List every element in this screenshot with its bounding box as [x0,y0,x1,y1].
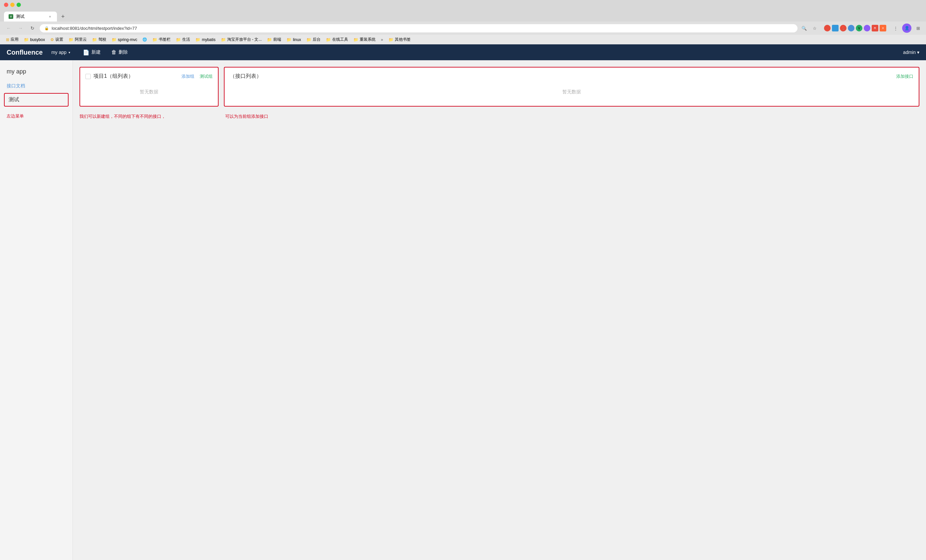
confluence-logo: Confluence [7,49,43,56]
app-topbar: Confluence my app ▾ 📄 新建 🗑 删除 admin ▾ [0,44,926,60]
add-interface-button[interactable]: 添加接口 [896,74,914,79]
interface-list-header: （接口列表） 添加接口 [230,73,914,80]
forward-button[interactable]: → [16,24,25,33]
add-group-button[interactable]: 添加组 [182,74,194,79]
bookmark-backend[interactable]: 📁 后台 [304,36,322,43]
bookmark-reinstall[interactable]: 📁 重装系统 [351,36,378,43]
folder-icon-bar: 📁 [152,38,157,42]
annotation-left: 我们可以新建组，不同的组下有不同的接口， [80,113,166,120]
ext-icon-8[interactable]: X [880,25,886,32]
bookmark-settings[interactable]: ⚙ 设置 [48,36,65,43]
delete-label: 删除 [118,49,128,55]
interface-list-title: （接口列表） [230,73,894,80]
window-controls [4,3,21,7]
bookmarks-bar: ⊞ 应用 📁 busybox ⚙ 设置 📁 阿里云 📁 驾校 📁 spring-… [0,35,926,44]
bookmark-taobao[interactable]: 📁 淘宝开放平台 - 文... [219,36,264,43]
ext-icon-4[interactable] [848,25,855,32]
bookmark-linux[interactable]: 📁 linux [284,37,303,43]
interface-list-empty: 暂无数据 [230,84,914,100]
browser-chrome: V 测试 × + ← → ↻ 🔒 localhost:8081/doc/html… [0,0,926,44]
sidebar-item-test[interactable]: 测试 [4,93,68,107]
bookmark-busybox[interactable]: 📁 busybox [22,37,47,43]
refresh-button[interactable]: ↻ [28,24,37,33]
group-checkbox[interactable] [85,74,91,79]
folder-icon-jiaxiao: 📁 [92,38,97,42]
bookmark-tools[interactable]: 📁 在线工具 [324,36,350,43]
folder-icon-tools: 📁 [326,38,331,42]
bookmark-busybox-label: busybox [30,38,45,42]
admin-button[interactable]: admin ▾ [903,50,919,55]
ext-icon-5[interactable]: V [856,25,862,32]
admin-chevron-icon: ▾ [917,50,919,55]
chevron-down-icon: ▾ [68,51,70,54]
bookmark-icon[interactable]: ☆ [811,24,819,32]
more-bookmarks-button[interactable]: » [379,37,385,43]
address-bar-container: ← → ↻ 🔒 localhost:8081/doc/html/testport… [0,21,926,35]
search-icon[interactable]: 🔍 [800,24,808,32]
back-button[interactable]: ← [4,24,13,33]
group-list-empty: 暂无数据 [85,84,213,100]
ext-icon-2[interactable] [832,25,838,32]
interface-list-panel: （接口列表） 添加接口 暂无数据 [224,67,919,107]
folder-icon-backend: 📁 [306,38,311,42]
bookmark-globe[interactable]: 🌐 [141,37,149,42]
annotation-right: 可以为当前组添加接口 [225,113,268,120]
bookmark-apps[interactable]: ⊞ 应用 [4,36,21,43]
extension-icons: 📍 V R X [824,25,886,32]
ext-icon-7[interactable]: R [872,25,878,32]
topbar-actions: 📄 新建 🗑 删除 [80,48,130,57]
group-list-header: 项目1（组列表） 添加组 测试组 [85,73,213,80]
sidebar-item-interface-docs[interactable]: 接口文档 [0,80,73,92]
folder-icon-taobao: 📁 [221,38,226,42]
bookmark-settings-label: 设置 [55,37,63,42]
folder-icon-frontend: 📁 [267,38,272,42]
ext-icon-3[interactable]: 📍 [840,25,846,32]
delete-button[interactable]: 🗑 删除 [109,48,130,57]
bookmark-life[interactable]: 📁 生活 [174,36,192,43]
app-name-button[interactable]: my app ▾ [48,48,74,56]
address-bar[interactable]: 🔒 localhost:8081/doc/html/testport/index… [40,24,797,32]
bookmark-linux-label: linux [293,38,301,42]
annotation-row: 我们可以新建组，不同的组下有不同的接口， 可以为当前组添加接口 [80,113,919,120]
close-window-button[interactable] [4,3,8,7]
bookmark-backend-label: 后台 [313,37,321,42]
new-doc-icon: 📄 [83,49,89,56]
new-tab-button[interactable]: + [58,12,68,21]
bookmark-tools-label: 在线工具 [332,37,348,42]
bookmark-mybatis[interactable]: 📁 mybatis [194,37,217,43]
gear-icon: ⚙ [50,38,54,42]
minimize-window-button[interactable] [10,3,15,7]
delete-icon: 🗑 [111,49,117,55]
active-tab[interactable]: V 测试 × [4,12,57,21]
bookmark-others[interactable]: 📁 其他书签 [386,36,413,43]
bookmark-mybatis-label: mybatis [202,38,215,42]
toolbar-icons: 🔍 ☆ 📍 V R X ⋮ [800,24,899,32]
group-list-panel: 项目1（组列表） 添加组 测试组 暂无数据 [80,67,219,107]
folder-icon-reinstall: 📁 [353,38,359,42]
tab-close-button[interactable]: × [48,14,52,19]
folder-icon: 📁 [24,38,29,42]
test-group-button[interactable]: 测试组 [200,74,213,79]
expand-icon[interactable]: ⊞ [914,24,922,32]
ext-icon-1[interactable] [824,25,831,32]
sidebar-app-name: my app [0,65,73,80]
new-button[interactable]: 📄 新建 [80,48,103,57]
annotations: 我们可以新建组，不同的组下有不同的接口， 可以为当前组添加接口 [80,113,919,120]
bookmark-frontend[interactable]: 📁 前端 [265,36,283,43]
group-list-title: 项目1（组列表） [94,73,176,80]
maximize-window-button[interactable] [17,3,21,7]
profile-avatar[interactable]: 👤 [902,24,911,33]
bookmark-reinstall-label: 重装系统 [360,37,375,42]
bookmark-jiaxiao[interactable]: 📁 驾校 [90,36,108,43]
menu-icon[interactable]: ⋮ [891,24,899,32]
ext-icon-6[interactable] [864,25,870,32]
bookmark-aliyun[interactable]: 📁 阿里云 [67,36,89,43]
bookmark-aliyun-label: 阿里云 [75,37,87,42]
folder-icon-others: 📁 [389,38,393,42]
bookmark-bar[interactable]: 📁 书签栏 [150,36,172,43]
bookmark-spring[interactable]: 📁 spring-mvc [110,37,139,43]
tab-title: 测试 [16,14,24,20]
main-layout: my app 接口文档 测试 左边菜单 项目1（组列表） 添加组 测试组 暂无数… [0,60,926,560]
sidebar-hint[interactable]: 左边菜单 [0,108,73,124]
new-label: 新建 [91,49,101,55]
